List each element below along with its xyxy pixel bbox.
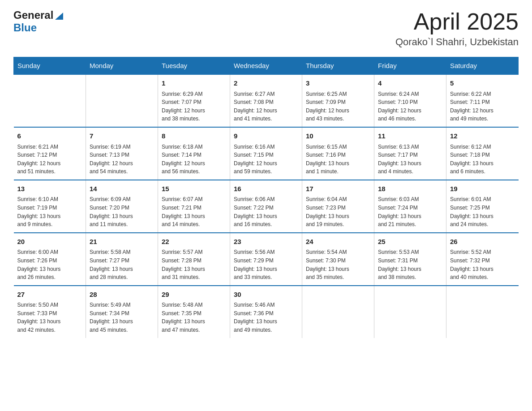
day-info: Sunrise: 6:04 AM Sunset: 7:23 PM Dayligh… (306, 195, 370, 228)
calendar-day-cell: 18Sunrise: 6:03 AM Sunset: 7:24 PM Dayli… (374, 180, 446, 233)
calendar-day-cell: 29Sunrise: 5:48 AM Sunset: 7:35 PM Dayli… (158, 286, 230, 338)
day-info: Sunrise: 5:48 AM Sunset: 7:35 PM Dayligh… (162, 301, 226, 334)
day-number: 6 (17, 131, 82, 141)
calendar-body: 1Sunrise: 6:29 AM Sunset: 7:07 PM Daylig… (14, 74, 519, 338)
day-number: 1 (162, 78, 226, 89)
day-number: 12 (450, 131, 515, 141)
calendar-day-cell: 28Sunrise: 5:49 AM Sunset: 7:34 PM Dayli… (86, 286, 158, 338)
day-info: Sunrise: 6:16 AM Sunset: 7:15 PM Dayligh… (234, 143, 298, 176)
calendar-day-cell: 3Sunrise: 6:25 AM Sunset: 7:09 PM Daylig… (302, 74, 374, 127)
day-number: 16 (234, 184, 298, 194)
calendar-day-cell: 16Sunrise: 6:06 AM Sunset: 7:22 PM Dayli… (230, 180, 302, 233)
logo-blue-text: Blue (13, 21, 37, 34)
day-of-week-header: Tuesday (158, 57, 230, 75)
day-info: Sunrise: 5:52 AM Sunset: 7:32 PM Dayligh… (450, 248, 515, 281)
day-info: Sunrise: 6:27 AM Sunset: 7:08 PM Dayligh… (234, 90, 298, 123)
day-info: Sunrise: 6:29 AM Sunset: 7:07 PM Dayligh… (162, 90, 226, 123)
day-number: 10 (306, 131, 370, 141)
day-number: 29 (162, 290, 226, 300)
day-number: 7 (90, 131, 154, 141)
calendar-day-cell: 30Sunrise: 5:46 AM Sunset: 7:36 PM Dayli… (230, 286, 302, 338)
calendar-day-cell (446, 286, 519, 338)
calendar-day-cell: 14Sunrise: 6:09 AM Sunset: 7:20 PM Dayli… (86, 180, 158, 233)
page-header: General Blue April 2025 Qorako`l Shahri,… (13, 9, 519, 48)
day-number: 28 (90, 290, 154, 300)
svg-marker-0 (55, 13, 63, 20)
day-number: 15 (162, 184, 226, 194)
day-info: Sunrise: 6:09 AM Sunset: 7:20 PM Dayligh… (90, 195, 154, 228)
day-number: 17 (306, 184, 370, 194)
day-info: Sunrise: 6:12 AM Sunset: 7:18 PM Dayligh… (450, 143, 515, 176)
day-info: Sunrise: 5:56 AM Sunset: 7:29 PM Dayligh… (234, 248, 298, 281)
calendar-day-cell: 1Sunrise: 6:29 AM Sunset: 7:07 PM Daylig… (158, 74, 230, 127)
day-info: Sunrise: 6:25 AM Sunset: 7:09 PM Dayligh… (306, 90, 370, 123)
logo: General Blue (13, 9, 64, 34)
calendar-day-cell: 26Sunrise: 5:52 AM Sunset: 7:32 PM Dayli… (446, 233, 519, 286)
calendar-day-cell: 7Sunrise: 6:19 AM Sunset: 7:13 PM Daylig… (86, 127, 158, 180)
day-of-week-header: Friday (374, 57, 446, 75)
day-number: 2 (234, 78, 298, 89)
calendar-day-cell: 19Sunrise: 6:01 AM Sunset: 7:25 PM Dayli… (446, 180, 519, 233)
day-info: Sunrise: 6:13 AM Sunset: 7:17 PM Dayligh… (378, 143, 442, 176)
logo-general-text: General (13, 9, 53, 21)
day-of-week-header: Sunday (14, 57, 86, 75)
day-info: Sunrise: 6:07 AM Sunset: 7:21 PM Dayligh… (162, 195, 226, 228)
day-number: 4 (378, 78, 442, 89)
day-number: 27 (17, 290, 82, 300)
calendar-day-cell: 6Sunrise: 6:21 AM Sunset: 7:12 PM Daylig… (14, 127, 86, 180)
day-of-week-header: Saturday (446, 57, 519, 75)
day-info: Sunrise: 6:06 AM Sunset: 7:22 PM Dayligh… (234, 195, 298, 228)
calendar-day-cell: 9Sunrise: 6:16 AM Sunset: 7:15 PM Daylig… (230, 127, 302, 180)
day-of-week-header: Thursday (302, 57, 374, 75)
calendar-day-cell: 11Sunrise: 6:13 AM Sunset: 7:17 PM Dayli… (374, 127, 446, 180)
day-info: Sunrise: 6:18 AM Sunset: 7:14 PM Dayligh… (162, 143, 226, 176)
calendar-week-row: 6Sunrise: 6:21 AM Sunset: 7:12 PM Daylig… (14, 127, 519, 180)
day-number: 26 (450, 237, 515, 247)
day-number: 8 (162, 131, 226, 141)
day-info: Sunrise: 5:46 AM Sunset: 7:36 PM Dayligh… (234, 301, 298, 334)
calendar-day-cell: 22Sunrise: 5:57 AM Sunset: 7:28 PM Dayli… (158, 233, 230, 286)
day-info: Sunrise: 5:53 AM Sunset: 7:31 PM Dayligh… (378, 248, 442, 281)
calendar-week-row: 27Sunrise: 5:50 AM Sunset: 7:33 PM Dayli… (14, 286, 519, 338)
day-number: 11 (378, 131, 442, 141)
day-info: Sunrise: 6:03 AM Sunset: 7:24 PM Dayligh… (378, 195, 442, 228)
day-info: Sunrise: 5:58 AM Sunset: 7:27 PM Dayligh… (90, 248, 154, 281)
day-number: 9 (234, 131, 298, 141)
day-info: Sunrise: 6:00 AM Sunset: 7:26 PM Dayligh… (17, 248, 82, 281)
day-info: Sunrise: 5:49 AM Sunset: 7:34 PM Dayligh… (90, 301, 154, 334)
calendar-day-cell: 27Sunrise: 5:50 AM Sunset: 7:33 PM Dayli… (14, 286, 86, 338)
calendar-day-cell: 4Sunrise: 6:24 AM Sunset: 7:10 PM Daylig… (374, 74, 446, 127)
calendar-day-cell (374, 286, 446, 338)
day-info: Sunrise: 6:22 AM Sunset: 7:11 PM Dayligh… (450, 90, 515, 123)
day-of-week-header: Wednesday (230, 57, 302, 75)
calendar-week-row: 13Sunrise: 6:10 AM Sunset: 7:19 PM Dayli… (14, 180, 519, 233)
day-number: 14 (90, 184, 154, 194)
day-number: 20 (17, 237, 82, 247)
day-number: 30 (234, 290, 298, 300)
day-number: 23 (234, 237, 298, 247)
day-info: Sunrise: 6:15 AM Sunset: 7:16 PM Dayligh… (306, 143, 370, 176)
calendar-day-cell: 20Sunrise: 6:00 AM Sunset: 7:26 PM Dayli… (14, 233, 86, 286)
calendar-day-cell: 24Sunrise: 5:54 AM Sunset: 7:30 PM Dayli… (302, 233, 374, 286)
day-info: Sunrise: 6:19 AM Sunset: 7:13 PM Dayligh… (90, 143, 154, 176)
day-number: 19 (450, 184, 515, 194)
day-number: 5 (450, 78, 515, 89)
day-info: Sunrise: 6:10 AM Sunset: 7:19 PM Dayligh… (17, 195, 82, 228)
day-info: Sunrise: 6:21 AM Sunset: 7:12 PM Dayligh… (17, 143, 82, 176)
title-area: April 2025 Qorako`l Shahri, Uzbekistan (395, 9, 519, 48)
calendar-day-cell: 8Sunrise: 6:18 AM Sunset: 7:14 PM Daylig… (158, 127, 230, 180)
calendar-day-cell: 13Sunrise: 6:10 AM Sunset: 7:19 PM Dayli… (14, 180, 86, 233)
day-info: Sunrise: 5:57 AM Sunset: 7:28 PM Dayligh… (162, 248, 226, 281)
day-number: 25 (378, 237, 442, 247)
calendar-day-cell: 23Sunrise: 5:56 AM Sunset: 7:29 PM Dayli… (230, 233, 302, 286)
calendar-day-cell: 10Sunrise: 6:15 AM Sunset: 7:16 PM Dayli… (302, 127, 374, 180)
day-number: 3 (306, 78, 370, 89)
month-title: April 2025 (395, 9, 519, 34)
day-info: Sunrise: 6:24 AM Sunset: 7:10 PM Dayligh… (378, 90, 442, 123)
day-info: Sunrise: 5:54 AM Sunset: 7:30 PM Dayligh… (306, 248, 370, 281)
calendar-day-cell: 17Sunrise: 6:04 AM Sunset: 7:23 PM Dayli… (302, 180, 374, 233)
day-info: Sunrise: 5:50 AM Sunset: 7:33 PM Dayligh… (17, 301, 82, 334)
day-number: 21 (90, 237, 154, 247)
calendar-header: SundayMondayTuesdayWednesdayThursdayFrid… (14, 57, 519, 75)
day-of-week-header: Monday (86, 57, 158, 75)
